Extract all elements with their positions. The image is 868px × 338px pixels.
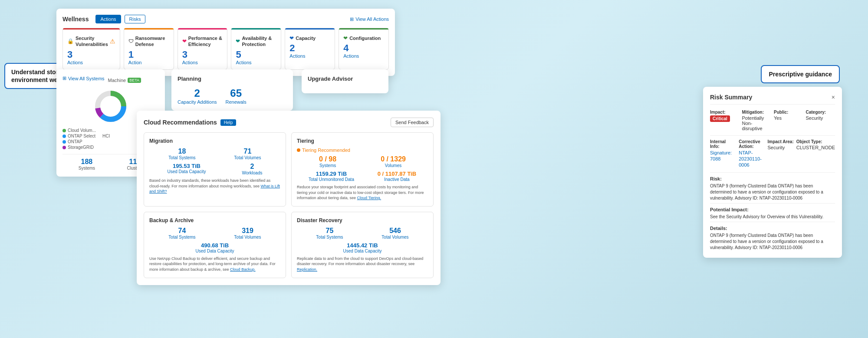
tiering-stats-row1: 0 / 98 Systems 0 / 1329 Volumes <box>297 155 428 168</box>
risk-fields-grid: Impact: Critical Mitigation: Potentially… <box>710 110 835 131</box>
availability-card[interactable]: ❤ Availability & Protection 5 Actions <box>231 28 281 70</box>
public-value: Yes <box>774 115 803 121</box>
ransomware-label: Action <box>128 60 169 65</box>
security-icon: 🔒 <box>67 38 74 44</box>
risks-tab[interactable]: Risks <box>125 15 146 23</box>
cloud-grid: Migration 18 Total Systems 71 Total Volu… <box>144 132 434 278</box>
cloud-title: Cloud Recommendations <box>144 119 217 126</box>
dr-volumes-label: Total Volumes <box>381 235 408 240</box>
help-badge[interactable]: Help <box>220 119 237 126</box>
backup-volumes-label: Total Volumes <box>234 235 261 240</box>
object-type-field: Object Type: CLUSTER_NODE <box>796 139 835 168</box>
migration-workloads: 2 Workloads <box>242 163 262 175</box>
impact-area-field: Impact Area: Security <box>768 139 794 168</box>
dr-volumes-num: 546 <box>381 227 408 235</box>
backup-capacity-label: Used Data Capacity <box>196 249 234 253</box>
tiering-unmonitored-label: Total Unmonitored Data <box>309 177 354 182</box>
lift-shift-link[interactable]: What is Lift and Shift? <box>149 184 280 194</box>
legend-hci: HCI <box>102 134 110 138</box>
view-all-systems-link[interactable]: ⊞ View All Systems <box>62 75 105 81</box>
potential-impact-text: See the Security Advisory for Overview o… <box>710 214 835 220</box>
send-feedback-button[interactable]: Send Feedback <box>391 118 434 127</box>
migration-total-volumes: 71 Total Volumes <box>234 148 261 160</box>
critical-badge: Critical <box>710 115 730 122</box>
ontap-dot <box>62 140 66 144</box>
upgrade-advisor-panel: Upgrade Advisor <box>302 69 388 93</box>
migration-volumes-label: Total Volumes <box>234 155 261 160</box>
capacity-additions-label: Capacity Additions <box>178 99 217 105</box>
renewals-stat: 65 Renewals <box>226 87 247 105</box>
signature-link[interactable]: Signature: 7088 <box>710 150 732 161</box>
configuration-card[interactable]: ❤ Configuration 4 Actions <box>339 28 389 70</box>
risk-fields-grid2: Internal Info: Signature: 7088 Correctiv… <box>710 135 835 168</box>
capacity-card[interactable]: ❤ Capacity 2 Actions <box>285 28 335 70</box>
security-title: Security Vulnerabilities <box>76 35 108 48</box>
dr-capacity-label: Used Data Capacity <box>343 249 382 253</box>
planning-panel: Planning 2 Capacity Additions 65 Renewal… <box>171 69 293 111</box>
impact-area-value: Security <box>768 145 794 150</box>
security-label: Actions <box>67 60 115 65</box>
ransomware-number: 1 <box>128 49 169 60</box>
details-text: ONTAP 9 (formerly Clustered Data ONTAP) … <box>710 233 835 251</box>
performance-label: Actions <box>182 60 223 65</box>
view-all-actions-link[interactable]: ⊞ View All Actions <box>350 16 389 22</box>
systems-count: 188 Systems <box>79 158 95 171</box>
migration-stats-row1: 18 Total Systems 71 Total Volumes <box>149 148 280 160</box>
action-cards-container: 🔒 Security Vulnerabilities ⚠ 3 Actions 🛡… <box>62 28 389 70</box>
cloud-tiering-link[interactable]: Cloud Tiering. <box>357 196 381 200</box>
warning-icon: ⚠ <box>110 38 115 45</box>
backup-volumes-num: 319 <box>234 227 261 235</box>
capacity-label: Actions <box>289 53 330 59</box>
ransomware-card[interactable]: 🛡 Ransomware Defense 1 Action <box>124 28 174 70</box>
close-button[interactable]: × <box>832 94 835 101</box>
tiering-volumes: 0 / 1329 Volumes <box>381 155 406 168</box>
dr-title: Disaster Recovery <box>297 217 428 223</box>
planning-title: Planning <box>178 75 287 82</box>
security-number: 3 <box>67 49 115 60</box>
security-bar <box>63 28 120 30</box>
configuration-icon: ❤ <box>343 35 348 41</box>
migration-capacity-label: Used Data Capacity <box>168 169 206 174</box>
ransomware-bar <box>124 28 174 30</box>
public-field: Public: Yes <box>774 110 803 131</box>
performance-icon: ❤ <box>182 38 187 44</box>
configuration-label: Actions <box>343 53 384 59</box>
tiering-systems: 0 / 98 Systems <box>319 155 336 168</box>
risk-text: ONTAP 9 (formerly Clustered Data ONTAP) … <box>710 183 835 201</box>
dr-total-systems: 75 Total Systems <box>316 227 343 240</box>
tiering-recommended-label: Tiering Recommended <box>302 148 350 153</box>
machine-badge: BETA <box>128 78 141 83</box>
cloud-backup-link[interactable]: Cloud Backup. <box>230 267 256 272</box>
backup-used-capacity: 490.68 TiB Used Data Capacity <box>196 242 234 253</box>
mitigation-label: Mitigation: <box>742 110 772 115</box>
availability-bar <box>231 28 281 30</box>
potential-impact-title: Potential Impact: <box>710 207 835 212</box>
migration-section: Migration 18 Total Systems 71 Total Volu… <box>144 132 286 207</box>
performance-number: 3 <box>182 49 223 60</box>
security-card[interactable]: 🔒 Security Vulnerabilities ⚠ 3 Actions <box>62 28 120 70</box>
migration-title: Migration <box>149 138 280 144</box>
impact-field: Impact: Critical <box>710 110 740 131</box>
internal-info-label: Internal Info: <box>710 139 736 149</box>
dr-stats-row2: 1445.42 TiB Used Data Capacity <box>297 242 428 253</box>
risk-panel-header: Risk Summary × <box>710 94 835 105</box>
migration-workloads-label: Workloads <box>242 171 262 175</box>
actions-tab[interactable]: Actions <box>95 15 121 23</box>
wellness-title: Wellness <box>62 16 89 23</box>
mitigation-value: Potentially Non-disruptive <box>742 115 772 131</box>
risk-panel-title: Risk Summary <box>710 94 752 101</box>
tiering-description: Reduce your storage footprint and associ… <box>297 184 428 201</box>
corrective-action-link[interactable]: NTAP-20230110-0006 <box>739 150 762 167</box>
machine-label: Machine <box>108 78 126 83</box>
migration-workloads-num: 2 <box>242 163 262 171</box>
cloud-volume-dot <box>62 129 66 132</box>
ransomware-title: Ransomware Defense <box>135 35 169 48</box>
backup-archive-section: Backup & Archive 74 Total Systems 319 To… <box>144 212 286 278</box>
tiering-dot <box>297 148 300 152</box>
backup-description: Use NetApp Cloud Backup to deliver effic… <box>149 256 280 272</box>
category-field: Category: Security <box>806 110 835 131</box>
backup-stats-row2: 490.68 TiB Used Data Capacity <box>149 242 280 253</box>
performance-card[interactable]: ❤ Performance & Efficiency 3 Actions <box>178 28 228 70</box>
availability-title: Availability & Protection <box>242 35 276 48</box>
replication-link[interactable]: Replication. <box>297 267 317 272</box>
